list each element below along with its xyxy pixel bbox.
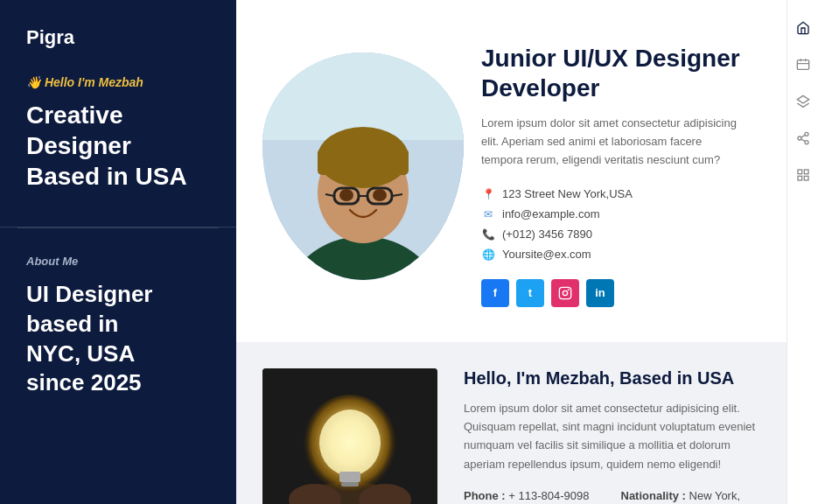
svg-point-29 xyxy=(805,141,808,144)
sidebar-greeting: 👋 Hello I'm Mezbah xyxy=(26,75,210,89)
svg-rect-33 xyxy=(804,170,808,174)
svg-rect-23 xyxy=(339,472,360,482)
phone-icon: 📞 xyxy=(481,228,495,242)
email-value: info@example.com xyxy=(502,207,599,220)
svg-point-14 xyxy=(563,290,567,295)
home-nav-icon[interactable] xyxy=(793,18,814,38)
main-content: Junior UI/UX Designer Developer Lorem ip… xyxy=(236,0,787,504)
svg-rect-24 xyxy=(341,482,359,486)
about-section: Hello, I'm Mezbah, Based in USA Lorem ip… xyxy=(236,342,787,504)
phone-item: 📞 (+012) 3456 7890 xyxy=(481,228,760,242)
svg-point-22 xyxy=(319,410,381,476)
profile-info: Junior UI/UX Designer Developer Lorem ip… xyxy=(481,35,760,307)
address-item: 📍 123 Street New York,USA xyxy=(481,187,760,201)
website-item: 🌐 Yoursite@ex.com xyxy=(481,248,760,262)
share-nav-icon[interactable] xyxy=(793,128,814,149)
svg-line-30 xyxy=(801,139,805,142)
detail-nationality: Nationality : New York, USA xyxy=(621,489,761,504)
email-item: ✉ info@example.com xyxy=(481,207,760,221)
about-line2: based in xyxy=(26,310,210,340)
about-line3: NYC, USA xyxy=(26,340,210,369)
detail-phone: Phone : + 113-804-9098 xyxy=(464,489,604,504)
sidebar-top: Pigra 👋 Hello I'm Mezbah Creative Design… xyxy=(0,0,236,228)
sidebar-logo: Pigra xyxy=(26,26,210,49)
headline-line2: Designer xyxy=(26,130,210,161)
right-navigation xyxy=(787,0,818,504)
about-info: Hello, I'm Mezbah, Based in USA Lorem ip… xyxy=(464,368,760,504)
svg-point-16 xyxy=(568,289,570,290)
about-details: Phone : + 113-804-9098 Nationality : New… xyxy=(464,489,760,504)
about-text: UI Designer based in NYC, USA since 2025 xyxy=(26,280,210,398)
svg-point-27 xyxy=(805,132,808,136)
svg-rect-15 xyxy=(559,287,570,298)
profile-image xyxy=(262,52,464,280)
address-value: 123 Street New York,USA xyxy=(502,187,633,200)
svg-marker-26 xyxy=(797,95,808,103)
facebook-button[interactable]: f xyxy=(481,279,509,307)
web-icon: 🌐 xyxy=(481,248,495,262)
contact-list: 📍 123 Street New York,USA ✉ info@example… xyxy=(481,187,760,262)
about-image xyxy=(262,368,437,504)
about-image-wrap xyxy=(262,368,437,504)
grid-nav-icon[interactable] xyxy=(793,164,814,186)
website-value: Yoursite@ex.com xyxy=(502,248,591,261)
mail-icon: ✉ xyxy=(481,207,495,221)
svg-point-13 xyxy=(373,189,387,201)
about-line1: UI Designer xyxy=(26,280,210,310)
layers-nav-icon[interactable] xyxy=(793,91,814,112)
svg-rect-34 xyxy=(798,176,802,180)
hero-section: Junior UI/UX Designer Developer Lorem ip… xyxy=(236,0,787,342)
about-heading: Hello, I'm Mezbah, Based in USA xyxy=(464,368,760,388)
phone-detail-label: Phone : + 113-804-9098 xyxy=(464,489,604,502)
linkedin-button[interactable]: in xyxy=(586,279,614,307)
instagram-button[interactable] xyxy=(551,279,579,307)
phone-value: (+012) 3456 7890 xyxy=(502,228,592,241)
svg-rect-35 xyxy=(804,176,808,180)
pin-icon: 📍 xyxy=(481,187,495,201)
profile-title: Junior UI/UX Designer Developer xyxy=(481,44,760,102)
headline-line3: Based in USA xyxy=(26,161,210,192)
svg-point-28 xyxy=(798,136,801,140)
about-line4: since 2025 xyxy=(26,368,210,398)
about-desc: Lorem ipsum dolor sit amet consectetur a… xyxy=(464,399,760,474)
phone-detail-value: + 113-804-9098 xyxy=(508,489,589,502)
twitter-button[interactable]: t xyxy=(516,279,544,307)
sidebar: Pigra 👋 Hello I'm Mezbah Creative Design… xyxy=(0,0,236,504)
svg-rect-32 xyxy=(798,170,802,174)
profile-description: Lorem ipsum dolor sit amet consectetur a… xyxy=(481,115,744,169)
social-links: f t in xyxy=(481,279,760,307)
profile-image-wrap xyxy=(236,35,481,298)
svg-line-31 xyxy=(801,135,805,137)
sidebar-headline: Creative Designer Based in USA xyxy=(26,100,210,192)
sidebar-bottom: About Me UI Designer based in NYC, USA s… xyxy=(0,228,236,504)
svg-rect-25 xyxy=(797,60,808,70)
contact-nav-icon[interactable] xyxy=(793,54,814,75)
about-me-label: About Me xyxy=(26,255,210,268)
headline-line1: Creative xyxy=(26,100,210,130)
svg-point-12 xyxy=(339,189,353,201)
nationality-detail-label: Nationality : New York, USA xyxy=(621,489,761,504)
svg-rect-6 xyxy=(318,149,409,175)
